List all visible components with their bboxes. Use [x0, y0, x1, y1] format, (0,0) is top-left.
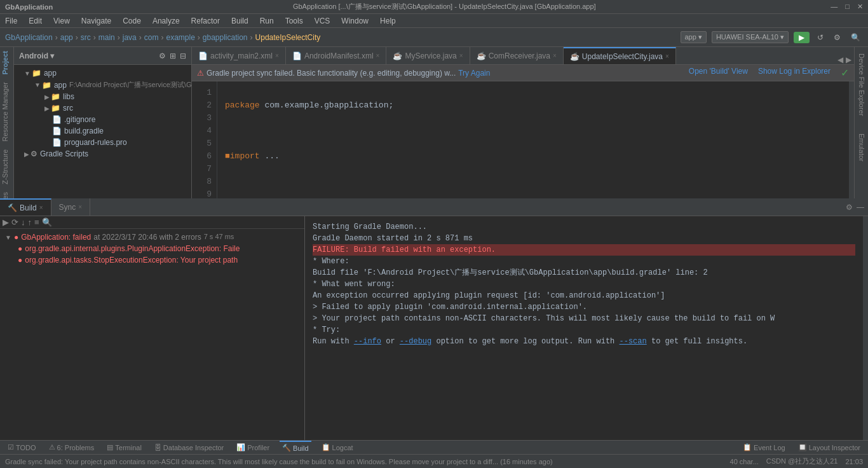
menu-navigate[interactable]: Navigate [80, 17, 112, 25]
build-tree-icon2[interactable]: ⟳ [11, 217, 18, 227]
build-log-scrollbar[interactable] [863, 216, 868, 440]
sidebar-action-collapse[interactable]: ⊟ [180, 52, 186, 60]
breadcrumb-gba[interactable]: GbApplication [5, 33, 53, 42]
menu-file[interactable]: File [4, 17, 18, 25]
maximize-btn[interactable]: □ [845, 3, 850, 11]
bottom-tab-sync[interactable]: Sync × [51, 198, 91, 216]
bottom-panel-settings-icon[interactable]: ⚙ [846, 203, 853, 212]
breadcrumb-app[interactable]: app [60, 33, 73, 42]
tab-scroll-left[interactable]: ◀ [837, 55, 843, 64]
bottom-panel-collapse-icon[interactable]: — [857, 203, 864, 212]
tree-item-app-root[interactable]: ▼ 📁 app [14, 67, 191, 79]
tab-myservice[interactable]: ☕ MyService.java × [386, 47, 470, 64]
open-build-btn[interactable]: Open 'Build' View [689, 67, 748, 79]
build-log[interactable]: Starting Gradle Daemon... Gradle Daemon … [305, 216, 863, 440]
tab-scroll-right[interactable]: ▶ [846, 55, 851, 64]
bbar-terminal[interactable]: ▤ Terminal [104, 441, 144, 454]
bbar-database[interactable]: 🗄 Database Inspector [152, 441, 226, 454]
tab-updateip[interactable]: ☕ UpdateIpSelectCity.java × [564, 47, 676, 64]
breadcrumb-java[interactable]: java [123, 33, 137, 42]
notification-check: ✓ [841, 67, 849, 79]
vtab-device-file-explorer[interactable]: Device File Explorer [857, 50, 867, 120]
tab-close-activity-main2[interactable]: × [275, 52, 279, 59]
build-tree-icon4[interactable]: ↑ [28, 217, 32, 227]
tab-close-androidmanifest[interactable]: × [376, 52, 380, 59]
menu-analyze[interactable]: Analyze [151, 17, 181, 25]
device-selector[interactable]: HUAWEI SEA-AL10 ▾ [712, 31, 789, 43]
run-scan-link[interactable]: --scan [620, 337, 647, 346]
tree-item-src[interactable]: ▶ 📁 src [14, 102, 191, 114]
bottom-tab-sync-close[interactable]: × [78, 203, 82, 210]
build-error-2[interactable]: ● org.gradle.api.tasks.StopExecutionExce… [3, 254, 302, 266]
tree-item-proguard[interactable]: 📄 proguard-rules.pro [14, 137, 191, 148]
bbar-logcat[interactable]: 📋 Logcat [319, 441, 356, 454]
vtab-favorites[interactable]: 2: Favorites [0, 188, 13, 198]
breadcrumb-com[interactable]: com [144, 33, 159, 42]
tree-item-gitignore[interactable]: 📄 .gitignore [14, 114, 191, 125]
menu-build[interactable]: Build [230, 17, 250, 25]
menu-edit[interactable]: Edit [27, 17, 43, 25]
tab-close-myservice[interactable]: × [459, 52, 463, 59]
breadcrumb-src[interactable]: src [81, 33, 91, 42]
try-again-link[interactable]: Try Again [458, 69, 490, 78]
build-tree-toolbar: ▶ ⟳ ↓ ↑ ≡ 🔍 [0, 216, 304, 229]
vtab-zstructure[interactable]: Z-Structure [0, 146, 13, 188]
build-tree-icon5[interactable]: ≡ [34, 217, 39, 227]
tab-comreceiver[interactable]: ☕ ComReceiver.java × [470, 47, 564, 64]
tree-item-app-path[interactable]: ▼ 📁 app F:\Android Project\广播与service测试\… [14, 79, 191, 91]
menu-tools[interactable]: Tools [284, 17, 304, 25]
tab-close-comreceiver[interactable]: × [553, 52, 557, 59]
build-tree: ▼ ● GbApplication: failed at 2022/3/17 2… [0, 229, 304, 440]
build-error-1[interactable]: ● org.gradle.api.internal.plugins.Plugin… [3, 243, 302, 254]
bbar-build[interactable]: 🔨 Build [280, 441, 311, 454]
sidebar-action-expand[interactable]: ⊞ [170, 52, 176, 60]
close-btn[interactable]: ✕ [857, 3, 863, 11]
tree-item-buildgradle[interactable]: 📄 build.gradle [14, 125, 191, 137]
build-main-item[interactable]: ▼ ● GbApplication: failed at 2022/3/17 2… [3, 231, 302, 243]
toolbar-btn-2[interactable]: ⚙ [831, 32, 843, 43]
editor-scrollbar[interactable] [849, 81, 854, 198]
build-tree-icon3[interactable]: ↓ [21, 217, 25, 227]
menu-refactor[interactable]: Refactor [190, 17, 221, 25]
bbar-problems[interactable]: ⚠ 6: Problems [46, 441, 97, 454]
bbar-todo[interactable]: ☑ TODO [5, 441, 39, 454]
code-editor[interactable]: 1 2 3 4 5 6 7 8 9 10 11 12 13 14 package… [192, 81, 854, 198]
breadcrumb-example[interactable]: example [166, 33, 194, 42]
toolbar-btn-1[interactable]: ↺ [815, 32, 826, 43]
tab-close-updateip[interactable]: × [665, 53, 669, 60]
tab-androidmanifest[interactable]: 📄 AndroidManifest.xml × [286, 47, 387, 64]
editor-tabs: 📄 activity_main2.xml × 📄 AndroidManifest… [192, 47, 854, 65]
run-button[interactable]: ▶ [794, 32, 810, 43]
run-info-link[interactable]: --info [354, 337, 381, 346]
menu-help[interactable]: Help [379, 17, 397, 25]
build-tree-icon6[interactable]: 🔍 [42, 217, 52, 227]
code-content[interactable]: package com.example.gbapplication; ■impo… [217, 81, 849, 198]
vtab-project[interactable]: Project [0, 47, 13, 78]
tab-activity-main2[interactable]: 📄 activity_main2.xml × [192, 47, 286, 64]
breadcrumb-gbapp[interactable]: gbapplication [203, 33, 248, 42]
menu-code[interactable]: Code [121, 17, 142, 25]
show-log-btn[interactable]: Show Log in Explorer [758, 67, 831, 79]
vtab-resource[interactable]: Resource Manager [0, 78, 13, 146]
menu-window[interactable]: Window [340, 17, 370, 25]
vtab-emulator[interactable]: Emulator [857, 130, 867, 165]
breadcrumb-main[interactable]: main [98, 33, 115, 42]
run-debug-link[interactable]: --debug [400, 337, 431, 346]
minimize-btn[interactable]: — [831, 3, 837, 11]
sidebar-action-gear[interactable]: ⚙ [159, 52, 166, 60]
bbar-profiler[interactable]: 📊 Profiler [234, 441, 272, 454]
menu-vcs[interactable]: VCS [313, 17, 332, 25]
breadcrumb-current[interactable]: UpdateIpSelectCity [255, 33, 321, 42]
menu-run[interactable]: Run [259, 17, 275, 25]
menu-view[interactable]: View [52, 17, 71, 25]
build-tree-icon1[interactable]: ▶ [3, 217, 9, 227]
tree-item-gradle-scripts[interactable]: ▶ ⚙ Gradle Scripts [14, 148, 191, 160]
status-sync-failed[interactable]: Gradle sync failed: Your project path co… [5, 458, 553, 465]
tree-item-libs[interactable]: ▶ 📁 libs [14, 91, 191, 102]
app-selector[interactable]: app ▾ [681, 31, 707, 43]
bottom-tab-build-close[interactable]: × [39, 204, 43, 211]
bbar-layout-inspector[interactable]: 🔲 Layout Inspector [796, 441, 863, 454]
toolbar-btn-3[interactable]: 🔍 [848, 32, 863, 43]
bottom-tab-build[interactable]: 🔨 Build × [0, 198, 51, 216]
bbar-eventlog[interactable]: 📋 Event Log [740, 441, 788, 454]
